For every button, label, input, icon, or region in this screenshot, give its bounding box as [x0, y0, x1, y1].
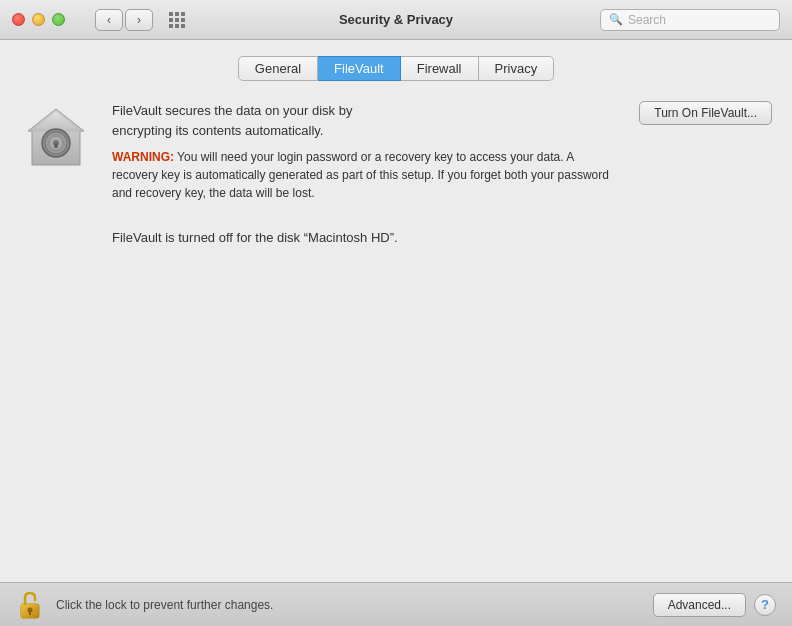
- forward-button[interactable]: ›: [125, 9, 153, 31]
- svg-rect-6: [55, 143, 58, 148]
- grid-icon: [169, 12, 185, 28]
- back-icon: ‹: [107, 13, 111, 27]
- minimize-button[interactable]: [32, 13, 45, 26]
- search-box[interactable]: 🔍 Search: [600, 9, 780, 31]
- filevault-status: FileVault is turned off for the disk “Ma…: [112, 230, 772, 245]
- description-block: FileVault secures the data on your disk …: [112, 101, 619, 202]
- tab-privacy[interactable]: Privacy: [479, 56, 555, 81]
- forward-icon: ›: [137, 13, 141, 27]
- filevault-content: FileVault secures the data on your disk …: [20, 101, 772, 245]
- grid-button[interactable]: [163, 9, 191, 31]
- advanced-button[interactable]: Advanced...: [653, 593, 746, 617]
- lock-button[interactable]: [16, 587, 44, 623]
- filevault-icon: [20, 101, 92, 173]
- bottom-bar: Click the lock to prevent further change…: [0, 582, 792, 626]
- main-content: General FileVault Firewall Privacy: [0, 40, 792, 582]
- close-button[interactable]: [12, 13, 25, 26]
- back-button[interactable]: ‹: [95, 9, 123, 31]
- help-button[interactable]: ?: [754, 594, 776, 616]
- bottom-buttons: Advanced... ?: [653, 593, 776, 617]
- svg-marker-1: [30, 111, 82, 131]
- turn-on-filevault-button[interactable]: Turn On FileVault...: [639, 101, 772, 125]
- description-text: FileVault secures the data on your disk …: [112, 101, 619, 140]
- search-icon: 🔍: [609, 13, 623, 26]
- tab-filevault[interactable]: FileVault: [318, 56, 401, 81]
- search-placeholder: Search: [628, 13, 666, 27]
- maximize-button[interactable]: [52, 13, 65, 26]
- tab-firewall[interactable]: Firewall: [401, 56, 479, 81]
- warning-label: WARNING:: [112, 150, 174, 164]
- traffic-lights: [12, 13, 65, 26]
- tabs-row: General FileVault Firewall Privacy: [20, 56, 772, 81]
- titlebar: ‹ › Security & Privacy 🔍 Search: [0, 0, 792, 40]
- svg-rect-10: [29, 611, 31, 615]
- window-title: Security & Privacy: [339, 12, 453, 27]
- lock-label: Click the lock to prevent further change…: [56, 598, 641, 612]
- warning-text: WARNING: You will need your login passwo…: [112, 148, 619, 202]
- tab-general[interactable]: General: [238, 56, 318, 81]
- top-row: FileVault secures the data on your disk …: [112, 101, 772, 202]
- nav-buttons: ‹ ›: [95, 9, 153, 31]
- filevault-text-block: FileVault secures the data on your disk …: [112, 101, 772, 245]
